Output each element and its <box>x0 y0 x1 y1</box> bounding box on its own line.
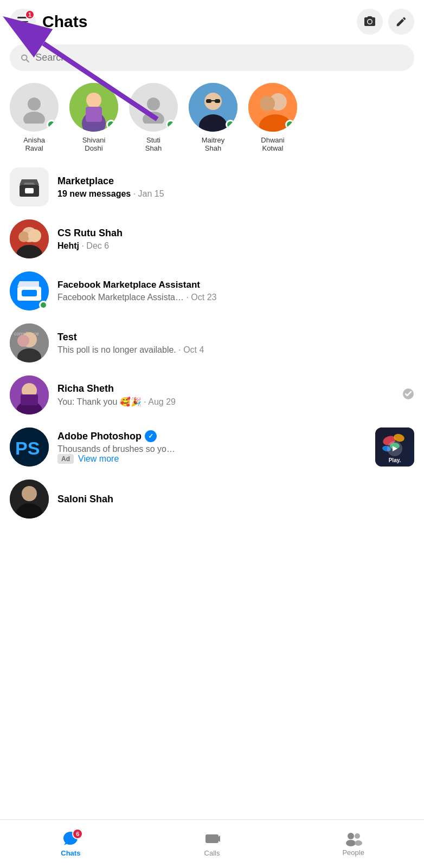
chat-list: Marketplace 19 new messages · Jan 15 <box>0 161 424 579</box>
story-item-shivani[interactable]: Shivani Doshi <box>69 83 118 152</box>
search-input[interactable] <box>35 52 404 63</box>
chat-item-marketplace[interactable]: Marketplace 19 new messages · Jan 15 <box>0 161 424 213</box>
story-name-stuti: Stuti Shah <box>145 136 162 152</box>
svg-point-54 <box>355 833 360 839</box>
story-name-maitrey: Maitrey Shah <box>202 136 225 152</box>
svg-point-34 <box>17 335 29 347</box>
chat-item-richa[interactable]: Richa Sheth You: Thank you 🥰🎉 · Aug 29 <box>0 369 424 421</box>
chat-info-fb-marketplace: Facebook Marketplace Assistant Facebook … <box>57 280 414 302</box>
saloni-photo <box>10 480 49 519</box>
chat-avatar-adobe: PS <box>10 427 49 467</box>
chat-preview-cs-rutu: Hehtj · Dec 6 <box>57 241 414 251</box>
svg-point-55 <box>355 840 362 846</box>
chat-avatar-richa <box>10 375 49 414</box>
chat-item-cs-rutu[interactable]: CS Rutu Shah Hehtj · Dec 6 <box>0 213 424 265</box>
story-name-anisha: Anisha Raval <box>23 136 45 152</box>
svg-point-9 <box>143 112 164 124</box>
camera-button[interactable] <box>357 9 383 35</box>
online-indicator <box>285 120 295 129</box>
camera-icon <box>363 15 376 28</box>
chat-info-richa: Richa Sheth You: Thank you 🥰🎉 · Aug 29 <box>57 383 394 407</box>
story-item-stuti[interactable]: Stuti Shah <box>129 83 178 152</box>
chat-name-test: Test <box>57 332 414 343</box>
story-avatar-stuti <box>129 83 178 132</box>
chat-avatar-fb-marketplace <box>10 271 49 310</box>
story-avatar-shivani <box>69 83 118 132</box>
marketplace-icon <box>17 175 41 199</box>
svg-rect-13 <box>206 99 211 103</box>
chat-avatar-cs-rutu <box>10 219 49 258</box>
search-icon <box>20 53 30 63</box>
nav-item-people[interactable]: People <box>282 826 424 862</box>
chat-preview-adobe: Thousands of brushes so yo… <box>57 444 367 454</box>
ad-label: Ad <box>57 454 74 464</box>
chat-name-fb-marketplace: Facebook Marketplace Assistant <box>57 280 414 290</box>
chat-info-saloni: Saloni Shah <box>57 494 414 505</box>
online-indicator <box>226 120 235 129</box>
svg-point-25 <box>18 231 29 242</box>
calls-label: Calls <box>204 849 220 857</box>
default-avatar-icon <box>18 91 50 124</box>
chat-preview-marketplace: 19 new messages · Jan 15 <box>57 189 414 199</box>
ad-thumbnail: Play. <box>375 427 414 467</box>
svg-point-26 <box>28 229 41 242</box>
chat-preview-fb-marketplace: Facebook Marketplace Assista… · Oct 23 <box>57 293 414 302</box>
chats-label: Chats <box>61 849 80 857</box>
edit-button[interactable] <box>388 9 414 35</box>
chat-item-fb-marketplace[interactable]: Facebook Marketplace Assistant Facebook … <box>0 265 424 317</box>
chat-avatar-saloni <box>10 480 49 519</box>
chat-info-test: Test This poll is no longer available. ·… <box>57 332 414 355</box>
svg-rect-29 <box>22 290 37 296</box>
cs-rutu-photo <box>10 219 49 258</box>
svg-text:PS: PS <box>15 438 40 458</box>
nav-item-chats[interactable]: 6 Chats <box>0 825 142 863</box>
chat-name-richa: Richa Sheth <box>57 383 394 394</box>
people-icon <box>345 831 362 846</box>
svg-marker-46 <box>393 446 397 451</box>
adobe-ps-icon: PS <box>10 427 49 467</box>
story-item-anisha[interactable]: Anisha Raval <box>10 83 59 152</box>
svg-rect-7 <box>86 107 102 122</box>
stories-row: Anisha Raval Shivani Doshi Stuti Shah <box>0 79 424 161</box>
header: 1 Chats <box>0 0 424 40</box>
story-avatar-maitrey <box>189 83 237 132</box>
chat-avatar-test: compliance <box>10 323 49 362</box>
calls-icon <box>204 831 220 847</box>
view-more-link[interactable]: View more <box>78 454 119 464</box>
online-indicator <box>106 120 116 129</box>
menu-notification-badge: 1 <box>25 10 35 20</box>
online-indicator <box>166 120 176 129</box>
story-avatar-anisha <box>10 83 59 132</box>
svg-point-2 <box>28 98 41 111</box>
svg-rect-38 <box>21 394 38 405</box>
marketplace-avatar <box>10 167 49 206</box>
chat-name-adobe: Adobe Photoshop ✓ <box>57 430 367 442</box>
story-item-dhwani[interactable]: Dhwani Kotwal <box>248 83 297 152</box>
story-name-dhwani: Dhwani Kotwal <box>261 136 284 152</box>
story-item-maitrey[interactable]: Maitrey Shah <box>189 83 237 152</box>
people-label: People <box>342 848 364 857</box>
richa-photo <box>10 375 49 414</box>
edit-icon <box>395 16 407 28</box>
chat-preview-richa: You: Thank you 🥰🎉 · Aug 29 <box>57 397 394 407</box>
chat-name-saloni: Saloni Shah <box>57 494 414 505</box>
chat-name-marketplace: Marketplace <box>57 176 414 187</box>
chat-info-adobe: Adobe Photoshop ✓ Thousands of brushes s… <box>57 430 367 464</box>
bottom-nav: 6 Chats Calls People <box>0 819 424 868</box>
nav-item-calls[interactable]: Calls <box>142 825 283 863</box>
svg-point-53 <box>346 840 356 846</box>
svg-point-5 <box>86 93 101 108</box>
chat-item-adobe[interactable]: PS Adobe Photoshop ✓ Thousands of brushe… <box>0 421 424 473</box>
chat-item-test[interactable]: compliance Test This poll is no longer a… <box>0 317 424 369</box>
ad-row: Ad View more <box>57 454 367 464</box>
chat-item-saloni[interactable]: Saloni Shah <box>0 473 424 525</box>
online-indicator <box>47 120 56 129</box>
svg-point-48 <box>22 486 37 501</box>
verified-badge: ✓ <box>145 430 157 442</box>
svg-point-3 <box>23 112 45 124</box>
default-avatar-icon <box>137 91 170 124</box>
chat-info-cs-rutu: CS Rutu Shah Hehtj · Dec 6 <box>57 228 414 251</box>
menu-button[interactable]: 1 <box>10 9 36 35</box>
story-name-shivani: Shivani Doshi <box>82 136 106 152</box>
svg-point-18 <box>260 96 275 111</box>
